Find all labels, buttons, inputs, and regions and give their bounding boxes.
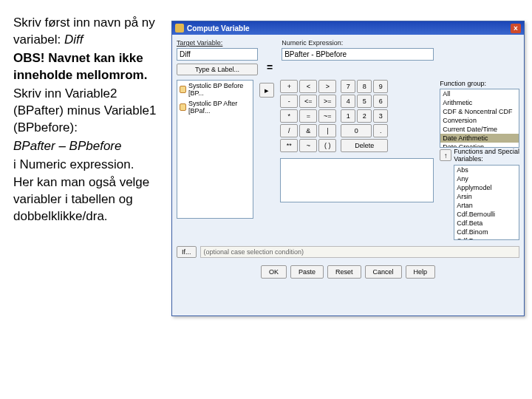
- op-plus[interactable]: +: [280, 80, 298, 93]
- target-variable-label: Target Variable:: [177, 39, 258, 47]
- op-le[interactable]: <=: [299, 95, 317, 108]
- operator-pad: + < > - <= >= * = ~= / & | ** ~: [280, 80, 336, 152]
- type-and-label-button[interactable]: Type & Label...: [177, 64, 258, 75]
- num-6[interactable]: 6: [373, 95, 388, 108]
- list-item: Conversion: [440, 116, 519, 125]
- dialog-title: Compute Variable: [187, 24, 249, 33]
- list-item: Systolic BP After [BPaf...: [177, 98, 253, 116]
- list-item: Abs: [454, 166, 519, 174]
- list-item: Arithmetic: [440, 98, 519, 107]
- compute-variable-dialog: Compute Variable × Target Variable: Type…: [171, 21, 525, 316]
- list-item: Date Arithmetic: [440, 134, 519, 143]
- op-lt[interactable]: <: [299, 80, 317, 93]
- app-icon: [175, 24, 184, 33]
- num-3[interactable]: 3: [373, 109, 388, 123]
- list-item: Applymodel: [454, 183, 519, 192]
- numeric-expression-input[interactable]: [282, 48, 434, 61]
- num-1[interactable]: 1: [341, 109, 355, 123]
- insert-function-button[interactable]: ↑: [440, 149, 451, 161]
- num-7[interactable]: 7: [341, 80, 355, 93]
- if-button[interactable]: If...: [177, 246, 197, 258]
- functions-label: Functions and Special Variables:: [454, 148, 519, 163]
- reset-button[interactable]: Reset: [327, 265, 361, 279]
- list-item: Artan: [454, 201, 519, 210]
- cancel-button[interactable]: Cancel: [365, 265, 402, 279]
- op-not[interactable]: ~: [299, 139, 317, 152]
- ok-button[interactable]: OK: [261, 265, 287, 279]
- help-button[interactable]: Help: [406, 265, 436, 279]
- list-item: CDF & Noncentral CDF: [440, 107, 519, 116]
- list-item: Cdf.Bvnor: [454, 236, 519, 240]
- op-eq[interactable]: =: [299, 109, 317, 123]
- list-item: Systolic BP Before [BP...: [177, 81, 253, 98]
- paste-button[interactable]: Paste: [290, 265, 324, 279]
- description-box: [280, 158, 434, 202]
- target-variable-input[interactable]: [177, 48, 258, 61]
- numeric-expression-label: Numeric Expression:: [282, 39, 434, 47]
- function-group-list[interactable]: All Arithmetic CDF & Noncentral CDF Conv…: [440, 89, 519, 148]
- num-8[interactable]: 8: [357, 80, 372, 93]
- op-minus[interactable]: -: [280, 95, 298, 108]
- num-4[interactable]: 4: [341, 95, 355, 108]
- list-item: Arsin: [454, 192, 519, 201]
- title-bar[interactable]: Compute Variable ×: [172, 21, 524, 35]
- op-or[interactable]: |: [318, 124, 336, 137]
- op-and[interactable]: &: [299, 124, 317, 137]
- num-2[interactable]: 2: [357, 109, 372, 123]
- dialog-button-row: OK Paste Reset Cancel Help: [177, 265, 519, 279]
- op-paren[interactable]: ( ): [318, 139, 336, 152]
- list-item: All: [440, 89, 519, 98]
- list-item: Cdf.Binom: [454, 228, 519, 236]
- list-item: Cdf.Beta: [454, 219, 519, 228]
- scale-icon: [180, 86, 186, 93]
- list-item: Current Date/Time: [440, 125, 519, 134]
- op-mul[interactable]: *: [280, 109, 298, 123]
- number-pad: 7 8 9 4 5 6 1 2 3 0 .: [341, 80, 388, 137]
- function-group-label: Function group:: [440, 80, 519, 87]
- op-ge[interactable]: >=: [318, 95, 336, 108]
- close-icon[interactable]: ×: [511, 24, 521, 33]
- op-ne[interactable]: ~=: [318, 109, 336, 123]
- instruction-text: Skriv først inn navn på ny variabel: Dif…: [13, 15, 168, 227]
- keypad: + < > - <= >= * = ~= / & | ** ~: [280, 80, 434, 152]
- delete-button[interactable]: Delete: [341, 139, 388, 152]
- num-0[interactable]: 0: [341, 124, 372, 137]
- op-div[interactable]: /: [280, 124, 298, 137]
- num-dot[interactable]: .: [373, 124, 388, 137]
- num-5[interactable]: 5: [357, 95, 372, 108]
- op-gt[interactable]: >: [318, 80, 336, 93]
- num-9[interactable]: 9: [373, 80, 388, 93]
- list-item: Date Creation: [440, 143, 519, 148]
- move-right-button[interactable]: ▸: [259, 83, 274, 98]
- scale-icon: [180, 103, 186, 111]
- op-pow[interactable]: **: [280, 139, 298, 152]
- list-item: Any: [454, 174, 519, 183]
- functions-list[interactable]: Abs Any Applymodel Arsin Artan Cdf.Berno…: [454, 165, 519, 240]
- variable-list[interactable]: Systolic BP Before [BP... Systolic BP Af…: [177, 80, 253, 219]
- list-item: Cdf.Bernoulli: [454, 210, 519, 219]
- equals-sign: =: [267, 61, 273, 75]
- if-condition-display: (optional case selection condition): [200, 246, 519, 258]
